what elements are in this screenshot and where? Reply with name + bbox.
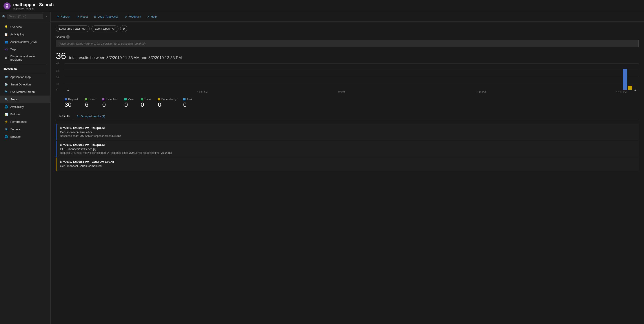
map-icon: 🗺 <box>4 75 8 79</box>
server-icon: 🖥 <box>4 127 8 131</box>
sidebar-item-activity-log[interactable]: 📋 Activity log <box>0 30 50 38</box>
app-icon <box>4 2 10 9</box>
metric-trace: Trace 0 <box>141 98 151 108</box>
info-icon: i <box>66 35 70 39</box>
sidebar-item-label: Smart Detection <box>10 83 31 86</box>
help-icon: ↗ <box>147 15 150 18</box>
metric-event: Event 6 <box>85 98 96 108</box>
metric-view: View 0 <box>124 98 134 108</box>
sidebar-item-overview[interactable]: 💡 Overview <box>0 23 50 30</box>
sidebar-item-browser[interactable]: 🌐 Browser <box>0 133 50 140</box>
metric-avail: Avail 0 <box>183 98 192 108</box>
metric-dot-request <box>64 98 67 100</box>
sidebar-item-label: Diagnose and solve problems <box>10 55 47 61</box>
refresh-small-icon: ↻ <box>77 115 79 118</box>
reset-button[interactable]: ↺ Reset <box>74 14 90 19</box>
sidebar-item-tags[interactable]: 🏷 Tags <box>0 45 50 53</box>
search-content: Local time : Last hour Event types : All… <box>50 21 644 324</box>
event-filter-button[interactable]: Event types : All <box>92 25 118 32</box>
sidebar-item-servers[interactable]: 🖥 Servers <box>0 125 50 133</box>
sidebar-item-label: Access control (IAM) <box>10 40 37 43</box>
result-item-1[interactable]: 8/7/2019, 12:30:53 PM - REQUEST GET Fibo… <box>56 141 639 157</box>
chart-triangle-left: ▲ <box>67 88 70 91</box>
filter-bar: Local time : Last hour Event types : All… <box>56 25 639 32</box>
sidebar-item-label: Activity log <box>10 33 24 36</box>
metric-dot-avail <box>183 98 186 100</box>
search-icon: 🔍 <box>2 15 6 18</box>
grid-line-10 <box>64 83 639 83</box>
bulb-icon: 💡 <box>4 25 8 29</box>
tab-grouped-results[interactable]: ↻ Grouped results (1) <box>73 113 109 120</box>
search-input[interactable] <box>56 40 639 47</box>
sidebar-item-availability[interactable]: 🌐 Availability <box>0 103 50 110</box>
result-item-header-1: 8/7/2019, 12:30:53 PM - REQUEST <box>60 143 635 147</box>
sidebar-item-failures[interactable]: 📊 Failures <box>0 110 50 118</box>
chart-bar-icon: 📊 <box>4 112 8 116</box>
toolbar: ↻ Refresh ↺ Reset ⊞ Logs (Analytics) ☺ F… <box>50 12 644 21</box>
chart-area: 40 30 20 10 0 ▲ ▲ <box>64 63 639 94</box>
sidebar-item-access-control[interactable]: 👥 Access control (IAM) <box>0 38 50 45</box>
result-item-2[interactable]: 8/7/2019, 12:30:51 PM - CUSTOM EVENT Get… <box>56 157 639 171</box>
time-filter-button[interactable]: Local time : Last hour <box>56 25 90 32</box>
bar-blue <box>623 69 627 90</box>
help-button[interactable]: ↗ Help <box>144 14 159 19</box>
sidebar-collapse-button[interactable]: « <box>44 15 48 18</box>
metric-dot-view <box>124 98 126 100</box>
sidebar-item-app-map[interactable]: 🗺 Application map <box>0 73 50 81</box>
content-area: ↻ Refresh ↺ Reset ⊞ Logs (Analytics) ☺ F… <box>50 12 644 324</box>
metric-dot-dependency <box>158 98 160 100</box>
sidebar-item-live-metrics[interactable]: Live Metrics Stream <box>0 88 50 96</box>
add-filter-button[interactable]: ⊕ <box>120 25 127 32</box>
globe-icon: 🌐 <box>4 105 8 109</box>
pulse-icon <box>4 90 8 94</box>
result-item-name-0: Get-Fibonacci-Series-Api <box>60 130 635 134</box>
sidebar-search-input[interactable] <box>7 14 43 19</box>
sidebar-item-performance[interactable]: ⚡ Performance <box>0 118 50 125</box>
result-item-0[interactable]: 8/7/2019, 12:30:53 PM - REQUEST Get-Fibo… <box>56 124 639 140</box>
chart-bars <box>623 69 632 90</box>
metric-dot-event <box>85 98 87 100</box>
metric-exception: Exception 0 <box>102 98 117 108</box>
feedback-button[interactable]: ☺ Feedback <box>122 14 144 19</box>
wrench-icon: ✱ <box>4 56 8 60</box>
metric-request: Request 30 <box>64 98 78 108</box>
filter-add-icon: ⊕ <box>122 27 125 30</box>
people-icon: 👥 <box>4 40 8 44</box>
tab-results[interactable]: Results <box>56 113 73 120</box>
results-summary: 36 total results between 8/7/2019 11:33 … <box>56 51 639 61</box>
result-item-detail-1: Request URL host: http://localhost:15460… <box>60 151 635 154</box>
metric-dot-trace <box>141 98 143 100</box>
svg-point-3 <box>6 5 8 6</box>
reset-icon: ↺ <box>77 15 79 18</box>
sidebar-divider-2 <box>4 72 47 72</box>
investigate-section-label: Investigate <box>0 65 50 71</box>
sidebar-item-smart-detection[interactable]: 📡 Smart Detection <box>0 81 50 88</box>
sidebar-item-label: Tags <box>10 48 16 51</box>
search-label: Search i <box>56 35 639 39</box>
sidebar-item-label: Application map <box>10 75 31 79</box>
metric-dot-exception <box>102 98 104 100</box>
radar-icon: 📡 <box>4 82 8 86</box>
sidebar-item-diagnose[interactable]: ✱ Diagnose and solve problems <box>0 53 50 63</box>
result-item-name-1: GET Fibonacci/GetSeries [k] <box>60 147 635 151</box>
sidebar-item-label: Availability <box>10 105 24 108</box>
sidebar-divider <box>4 64 47 64</box>
result-item-detail-0: Response code: 200 Server response time:… <box>60 134 635 137</box>
page-title: mathappai - Search <box>13 2 54 7</box>
logs-icon: ⊞ <box>94 15 96 18</box>
logs-button[interactable]: ⊞ Logs (Analytics) <box>92 14 121 19</box>
result-item-header-2: 8/7/2019, 12:30:51 PM - CUSTOM EVENT <box>60 160 635 163</box>
feedback-icon: ☺ <box>124 15 127 18</box>
list-icon: 📋 <box>4 32 8 36</box>
sidebar: 🔍 « 💡 Overview 📋 Activity log 👥 Access c… <box>0 12 50 324</box>
chart-x-labels: 11:45 AM 12 PM 12:15 PM 12:30 PM <box>64 90 639 94</box>
top-header: mathappai - Search Application Insights <box>0 0 644 12</box>
refresh-button[interactable]: ↻ Refresh <box>54 14 73 19</box>
sidebar-search-bar: 🔍 « <box>0 12 50 21</box>
chart-container: 40 30 20 10 0 ▲ ▲ <box>56 63 639 94</box>
page-subtitle: Application Insights <box>13 7 54 10</box>
sidebar-item-search[interactable]: 🔍 Search <box>0 96 50 103</box>
gauge-icon: ⚡ <box>4 120 8 124</box>
bar-yellow <box>628 86 632 90</box>
chart-grid: 40 30 20 10 0 ▲ ▲ <box>64 63 639 90</box>
